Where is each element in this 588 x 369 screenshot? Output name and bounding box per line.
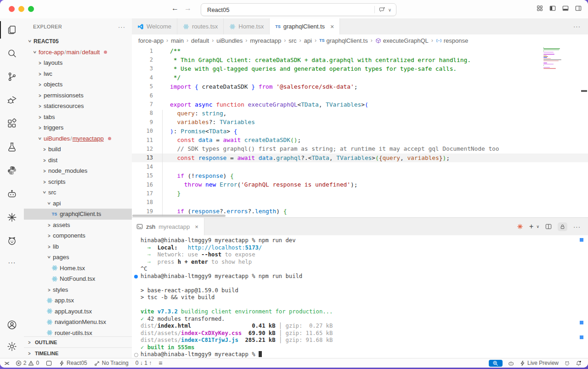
mascot-security-icon[interactable] bbox=[6, 235, 17, 246]
breadcrumb-item-uiBundles[interactable]: uiBundles bbox=[216, 37, 243, 44]
breadcrumb-item-myreactapp[interactable]: myreactapp bbox=[250, 37, 281, 44]
customize-layout-icon[interactable] bbox=[537, 5, 543, 11]
sync-indicator[interactable]: 0 ↓ 1 ↑ bbox=[136, 360, 152, 366]
more-views-icon[interactable]: ··· bbox=[8, 259, 16, 266]
lock-terminal-button[interactable] bbox=[558, 222, 567, 231]
minimize-window-button[interactable] bbox=[18, 6, 24, 12]
python-icon[interactable] bbox=[6, 165, 17, 176]
notifications-bell[interactable] bbox=[576, 360, 582, 366]
hamburger-menu[interactable]: ≡ bbox=[158, 359, 162, 367]
close-window-button[interactable] bbox=[9, 6, 15, 12]
tab-routes-tsx[interactable]: routes.tsx bbox=[177, 18, 224, 34]
settings-gear-icon[interactable] bbox=[6, 341, 17, 352]
code-line-7[interactable]: 7export async function executeGraphQL<TD… bbox=[132, 100, 588, 108]
folder-api[interactable]: >api bbox=[24, 198, 132, 209]
folder-force-app-main-default[interactable]: >force-app/main/default bbox=[24, 47, 132, 58]
code-editor[interactable]: 1/**2 * Thin GraphQL client: createDataS… bbox=[132, 46, 588, 217]
file-navigationMenu.tsx[interactable]: navigationMenu.tsx bbox=[24, 317, 132, 328]
file-NotFound.tsx[interactable]: NotFound.tsx bbox=[24, 273, 132, 284]
folder-scripts[interactable]: >scripts bbox=[24, 176, 132, 187]
breadcrumb-item-default[interactable]: default bbox=[191, 37, 209, 44]
folder-lib[interactable]: >lib bbox=[24, 241, 132, 252]
chevron-down-icon[interactable]: ∨ bbox=[388, 7, 391, 12]
folder-triggers[interactable]: >triggers bbox=[24, 122, 132, 133]
problems-indicator[interactable]: 2 0 bbox=[16, 360, 39, 366]
close-tab-icon[interactable]: × bbox=[330, 23, 334, 30]
code-line-18[interactable]: 18 bbox=[132, 198, 588, 207]
tab-Welcome[interactable]: Welcome bbox=[132, 18, 177, 34]
folder-src[interactable]: >src bbox=[24, 187, 132, 198]
chat-button[interactable]: ∨ bbox=[379, 6, 396, 13]
folder-permissionsets[interactable]: >permissionsets bbox=[24, 90, 132, 101]
folder-components[interactable]: >components bbox=[24, 230, 132, 241]
code-line-13[interactable]: 13 const response = await data.graphql?.… bbox=[132, 153, 588, 162]
claude-starburst-icon[interactable] bbox=[6, 212, 17, 223]
horizontal-scrollbar[interactable] bbox=[132, 215, 226, 217]
folder-styles[interactable]: >styles bbox=[24, 284, 132, 295]
outline-section[interactable]: > OUTLINE bbox=[24, 336, 132, 347]
tab-Home-tsx[interactable]: Home.tsx bbox=[224, 18, 270, 34]
folder-objects[interactable]: >objects bbox=[24, 79, 132, 90]
zoom-button[interactable] bbox=[489, 360, 503, 367]
close-terminal-icon[interactable]: × bbox=[195, 223, 198, 230]
new-terminal-icon[interactable]: + bbox=[529, 222, 533, 231]
folder-dist[interactable]: >dist bbox=[24, 155, 132, 166]
terminal-dropdown-icon[interactable]: ∨ bbox=[536, 224, 539, 229]
code-line-3[interactable]: 3 * Use with gql-tagged queries and gene… bbox=[132, 64, 588, 73]
zoom-window-button[interactable] bbox=[28, 6, 34, 12]
code-line-6[interactable]: 6 bbox=[132, 91, 588, 100]
breadcrumb-item-src[interactable]: src bbox=[288, 37, 296, 44]
folder-layouts[interactable]: >layouts bbox=[24, 57, 132, 68]
remote-indicator[interactable]: >< bbox=[5, 361, 9, 366]
live-preview-indicator[interactable]: Live Preview bbox=[520, 360, 559, 366]
code-line-5[interactable]: 5import { createDataSDK } from '@salesfo… bbox=[132, 82, 588, 91]
folder-node_modules[interactable]: >node_modules bbox=[24, 165, 132, 176]
forward-button[interactable]: → bbox=[183, 4, 193, 12]
code-line-1[interactable]: 1/** bbox=[132, 46, 588, 55]
explorer-more-actions-icon[interactable]: ··· bbox=[118, 23, 125, 30]
file-Home.tsx[interactable]: Home.tsx bbox=[24, 263, 132, 274]
split-terminal-icon[interactable] bbox=[545, 223, 552, 230]
code-line-15[interactable]: 15 if (!response) { bbox=[132, 171, 588, 180]
back-button[interactable]: ← bbox=[170, 4, 180, 12]
tracing-indicator[interactable]: No Tracing bbox=[94, 360, 129, 366]
terminal-tab-zsh[interactable]: zsh myreactapp × bbox=[132, 218, 204, 235]
folder-assets[interactable]: >assets bbox=[24, 220, 132, 231]
code-line-4[interactable]: 4 */ bbox=[132, 73, 588, 82]
copilot-robot-indicator[interactable] bbox=[508, 360, 514, 366]
search-icon[interactable] bbox=[6, 48, 17, 59]
folder-build[interactable]: >build bbox=[24, 144, 132, 155]
command-center[interactable]: React05 ∨ bbox=[201, 3, 396, 16]
file-appLayout.tsx[interactable]: appLayout.tsx bbox=[24, 306, 132, 317]
breadcrumb-item-executeGraphQL[interactable]: executeGraphQL bbox=[375, 37, 429, 44]
tab-graphqlClient-ts[interactable]: TSgraphqlClient.ts× bbox=[270, 18, 340, 34]
code-line-10[interactable]: 10): Promise<TData> { bbox=[132, 127, 588, 136]
ai-assistant-robot-icon[interactable] bbox=[6, 188, 17, 199]
file-graphqlClient.ts[interactable]: TSgraphqlClient.ts bbox=[24, 209, 132, 220]
file-app.tsx[interactable]: app.tsx bbox=[24, 295, 132, 306]
code-line-2[interactable]: 2 * Thin GraphQL client: createDataSDK +… bbox=[132, 55, 588, 64]
breadcrumb-item-api[interactable]: api bbox=[304, 37, 312, 44]
minimap[interactable] bbox=[543, 47, 577, 69]
folder-REACT05[interactable]: >REACT05 bbox=[24, 36, 132, 47]
code-line-17[interactable]: 17 } bbox=[132, 189, 588, 198]
extensions-icon[interactable] bbox=[6, 118, 17, 129]
code-line-16[interactable]: 16 throw new Error('GraphQL response is … bbox=[132, 180, 588, 189]
timeline-section[interactable]: > TIMELINE bbox=[24, 347, 132, 358]
folder-staticresources[interactable]: >staticresources bbox=[24, 101, 132, 112]
code-line-9[interactable]: 9 variables?: TVariables bbox=[132, 118, 588, 126]
code-line-11[interactable]: 11 const data = await createDataSDK(); bbox=[132, 136, 588, 144]
breadcrumb-item-response[interactable]: response bbox=[436, 37, 468, 44]
code-line-8[interactable]: 8 query: string, bbox=[132, 109, 588, 118]
folder-lwc[interactable]: >lwc bbox=[24, 68, 132, 79]
terminal-output[interactable]: hinaba@hinaba-ltmggy9 myreactapp % npm r… bbox=[132, 235, 588, 358]
org-indicator[interactable]: React05 bbox=[59, 360, 87, 366]
breadcrumb-item-force-app[interactable]: force-app bbox=[138, 37, 164, 44]
toggle-primary-sidebar-icon[interactable] bbox=[549, 5, 556, 11]
breadcrumb-item-graphqlClient-ts[interactable]: TSgraphqlClient.ts bbox=[319, 37, 368, 44]
folder-pages[interactable]: >pages bbox=[24, 252, 132, 263]
editor-layout-indicator[interactable] bbox=[46, 360, 52, 366]
breadcrumb-item-main[interactable]: main bbox=[171, 37, 184, 44]
editor-more-actions-icon[interactable]: ··· bbox=[573, 23, 581, 30]
code-line-12[interactable]: 12 // SDK types graphql() first param as… bbox=[132, 144, 588, 153]
